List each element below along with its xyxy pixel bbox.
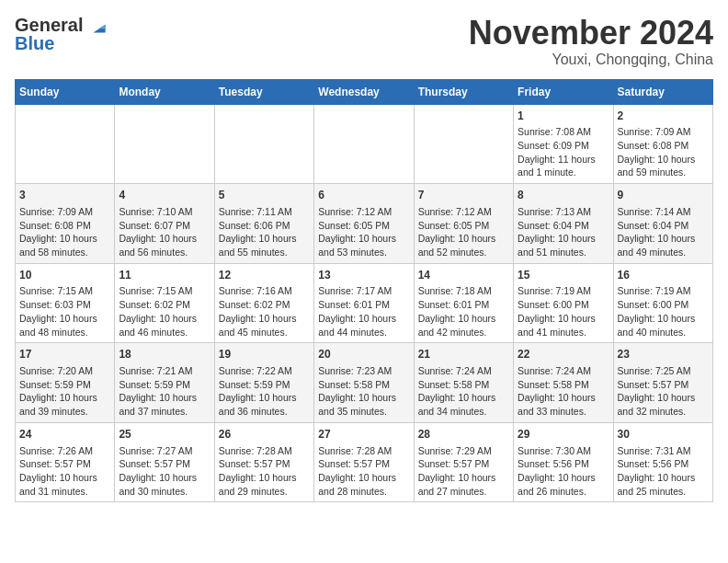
day-info: Daylight: 10 hours and 52 minutes. [418, 232, 509, 259]
col-header-sunday: Sunday [16, 79, 115, 104]
calendar-cell: 18Sunrise: 7:21 AMSunset: 5:59 PMDayligh… [115, 343, 214, 423]
day-info: Sunrise: 7:18 AM [418, 284, 509, 298]
day-info: Sunset: 5:57 PM [318, 457, 409, 471]
day-info: Daylight: 10 hours and 58 minutes. [19, 232, 110, 259]
day-number: 3 [19, 188, 110, 203]
location: Youxi, Chongqing, China [469, 52, 713, 68]
day-info: Sunrise: 7:29 AM [418, 444, 509, 458]
day-info: Daylight: 10 hours and 32 minutes. [618, 391, 709, 418]
day-info: Sunset: 5:57 PM [19, 457, 110, 471]
calendar-cell [314, 104, 414, 184]
day-info: Daylight: 10 hours and 40 minutes. [618, 312, 709, 339]
day-info: Sunset: 6:08 PM [618, 139, 709, 153]
day-info: Daylight: 10 hours and 26 minutes. [518, 471, 609, 498]
day-number: 10 [19, 268, 110, 283]
day-info: Sunset: 5:58 PM [518, 378, 609, 392]
day-info: Sunrise: 7:26 AM [19, 444, 110, 458]
day-number: 30 [618, 427, 709, 442]
calendar-cell: 29Sunrise: 7:30 AMSunset: 5:56 PMDayligh… [514, 422, 613, 502]
calendar-week-5: 24Sunrise: 7:26 AMSunset: 5:57 PMDayligh… [16, 422, 713, 502]
calendar-cell: 14Sunrise: 7:18 AMSunset: 6:01 PMDayligh… [414, 263, 513, 343]
day-info: Sunset: 5:56 PM [618, 457, 709, 471]
day-info: Daylight: 10 hours and 36 minutes. [219, 391, 310, 418]
day-info: Sunrise: 7:11 AM [219, 205, 310, 219]
day-info: Sunrise: 7:25 AM [618, 364, 709, 378]
logo: General Blue [15, 15, 110, 54]
day-info: Daylight: 10 hours and 34 minutes. [418, 391, 509, 418]
day-info: Sunset: 6:04 PM [618, 219, 709, 233]
calendar-week-1: 1Sunrise: 7:08 AMSunset: 6:09 PMDaylight… [16, 104, 713, 184]
calendar-cell: 27Sunrise: 7:28 AMSunset: 5:57 PMDayligh… [314, 422, 414, 502]
day-info: Sunset: 5:56 PM [518, 457, 609, 471]
day-info: Daylight: 10 hours and 41 minutes. [518, 312, 609, 339]
calendar-week-2: 3Sunrise: 7:09 AMSunset: 6:08 PMDaylight… [16, 184, 713, 264]
day-info: Sunrise: 7:15 AM [119, 284, 210, 298]
calendar-cell: 15Sunrise: 7:19 AMSunset: 6:00 PMDayligh… [514, 263, 613, 343]
calendar-cell: 30Sunrise: 7:31 AMSunset: 5:56 PMDayligh… [613, 422, 712, 502]
day-number: 21 [418, 347, 509, 362]
day-info: Sunset: 5:57 PM [219, 457, 310, 471]
calendar-cell: 19Sunrise: 7:22 AMSunset: 5:59 PMDayligh… [214, 343, 313, 423]
day-info: Sunrise: 7:28 AM [219, 444, 310, 458]
day-info: Sunrise: 7:09 AM [19, 205, 110, 219]
day-number: 22 [518, 347, 609, 362]
logo-general: General [15, 15, 83, 35]
day-info: Daylight: 10 hours and 37 minutes. [119, 391, 210, 418]
calendar-cell [16, 104, 115, 184]
calendar-cell: 9Sunrise: 7:14 AMSunset: 6:04 PMDaylight… [613, 184, 712, 264]
day-info: Sunrise: 7:17 AM [318, 284, 409, 298]
day-info: Sunrise: 7:14 AM [618, 205, 709, 219]
day-number: 2 [618, 109, 709, 124]
day-info: Sunset: 5:58 PM [418, 378, 509, 392]
day-info: Daylight: 10 hours and 27 minutes. [418, 471, 509, 498]
day-info: Sunset: 5:57 PM [418, 457, 509, 471]
calendar-cell: 5Sunrise: 7:11 AMSunset: 6:06 PMDaylight… [214, 184, 313, 264]
day-info: Daylight: 10 hours and 44 minutes. [318, 312, 409, 339]
day-number: 9 [618, 188, 709, 203]
calendar-cell: 28Sunrise: 7:29 AMSunset: 5:57 PMDayligh… [414, 422, 513, 502]
day-number: 13 [318, 268, 409, 283]
calendar-week-3: 10Sunrise: 7:15 AMSunset: 6:03 PMDayligh… [16, 263, 713, 343]
day-info: Daylight: 10 hours and 48 minutes. [19, 312, 110, 339]
day-info: Sunrise: 7:19 AM [618, 284, 709, 298]
day-info: Daylight: 10 hours and 45 minutes. [219, 312, 310, 339]
day-info: Sunrise: 7:23 AM [318, 364, 409, 378]
calendar-cell: 2Sunrise: 7:09 AMSunset: 6:08 PMDaylight… [613, 104, 712, 184]
day-info: Sunrise: 7:27 AM [119, 444, 210, 458]
day-number: 14 [418, 268, 509, 283]
day-number: 26 [219, 427, 310, 442]
day-number: 1 [518, 109, 609, 124]
day-number: 17 [19, 347, 110, 362]
day-info: Sunset: 5:57 PM [618, 378, 709, 392]
calendar-cell: 13Sunrise: 7:17 AMSunset: 6:01 PMDayligh… [314, 263, 414, 343]
day-info: Sunrise: 7:19 AM [518, 284, 609, 298]
day-info: Sunset: 6:02 PM [119, 298, 210, 312]
calendar-cell: 7Sunrise: 7:12 AMSunset: 6:05 PMDaylight… [414, 184, 513, 264]
day-info: Sunset: 5:58 PM [318, 378, 409, 392]
day-number: 4 [119, 188, 210, 203]
day-info: Sunset: 6:03 PM [19, 298, 110, 312]
calendar-cell: 12Sunrise: 7:16 AMSunset: 6:02 PMDayligh… [214, 263, 313, 343]
day-info: Sunset: 6:02 PM [219, 298, 310, 312]
day-info: Sunset: 5:57 PM [119, 457, 210, 471]
day-number: 8 [518, 188, 609, 203]
day-info: Sunset: 6:05 PM [318, 219, 409, 233]
day-info: Daylight: 10 hours and 35 minutes. [318, 391, 409, 418]
col-header-thursday: Thursday [414, 79, 513, 104]
day-number: 7 [418, 188, 509, 203]
day-number: 11 [119, 268, 210, 283]
day-info: Sunset: 6:09 PM [518, 139, 609, 153]
day-info: Sunrise: 7:22 AM [219, 364, 310, 378]
day-number: 20 [318, 347, 409, 362]
calendar-cell: 6Sunrise: 7:12 AMSunset: 6:05 PMDaylight… [314, 184, 414, 264]
col-header-friday: Friday [514, 79, 613, 104]
day-info: Daylight: 10 hours and 31 minutes. [19, 471, 110, 498]
col-header-saturday: Saturday [613, 79, 712, 104]
calendar-cell: 1Sunrise: 7:08 AMSunset: 6:09 PMDaylight… [514, 104, 613, 184]
calendar-week-4: 17Sunrise: 7:20 AMSunset: 5:59 PMDayligh… [16, 343, 713, 423]
day-info: Sunset: 6:00 PM [518, 298, 609, 312]
day-info: Sunset: 6:00 PM [618, 298, 709, 312]
day-number: 18 [119, 347, 210, 362]
calendar-cell: 3Sunrise: 7:09 AMSunset: 6:08 PMDaylight… [16, 184, 115, 264]
day-info: Sunset: 6:04 PM [518, 219, 609, 233]
